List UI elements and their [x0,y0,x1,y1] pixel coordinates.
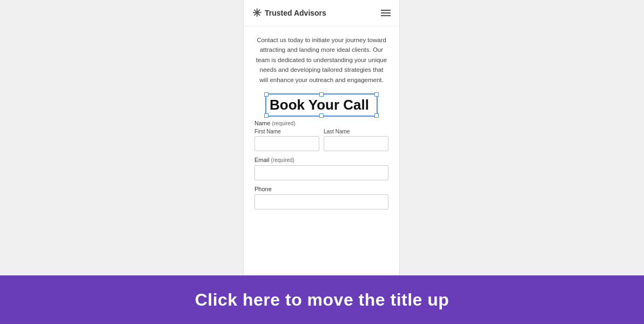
app-wrapper: ✳ Trusted Advisors Contact us today to i… [0,0,644,324]
brand-logo: ✳ Trusted Advisors [252,6,326,19]
name-row: First Name Last Name [254,129,388,151]
first-name-input[interactable] [254,136,319,151]
first-name-col: First Name [254,129,319,151]
selection-handle-br [374,113,379,118]
left-panel [0,0,243,275]
page-description: Contact us today to initiate your journe… [244,26,399,89]
page-preview: ✳ Trusted Advisors Contact us today to i… [243,0,400,275]
form-area: Name (required) First Name Last Name [244,120,399,210]
hamburger-line-2 [381,12,391,14]
hamburger-line-3 [381,15,391,16]
name-label: Name (required) [254,120,388,126]
hamburger-line-1 [381,10,391,11]
email-group: Email (required) [254,157,388,180]
last-name-col: Last Name [324,129,388,151]
phone-group: Phone [254,186,388,210]
page-title[interactable]: Book Your Call [265,93,378,117]
right-panel: Move Up OPTION ↑ [400,0,644,275]
bottom-banner: Click here to move the title up [0,275,644,324]
name-group: Name (required) First Name Last Name [254,120,388,151]
banner-text: Click here to move the title up [195,290,450,310]
selection-handle-tm [319,92,324,97]
preview-navbar: ✳ Trusted Advisors [244,0,399,26]
selection-handle-bl [264,113,269,118]
email-input[interactable] [254,165,388,180]
main-content: ✳ Trusted Advisors Contact us today to i… [0,0,644,275]
last-name-input[interactable] [324,136,388,151]
phone-label: Phone [254,186,388,192]
last-name-sublabel: Last Name [324,129,388,134]
brand-asterisk-icon: ✳ [252,6,261,19]
brand-name: Trusted Advisors [265,9,326,17]
first-name-sublabel: First Name [254,129,319,134]
phone-input[interactable] [254,194,388,210]
hamburger-icon[interactable] [381,10,391,16]
selection-handle-tr [374,92,379,97]
email-label: Email (required) [254,157,388,163]
selection-handle-tl [264,92,269,97]
selection-handle-bm [319,113,324,118]
